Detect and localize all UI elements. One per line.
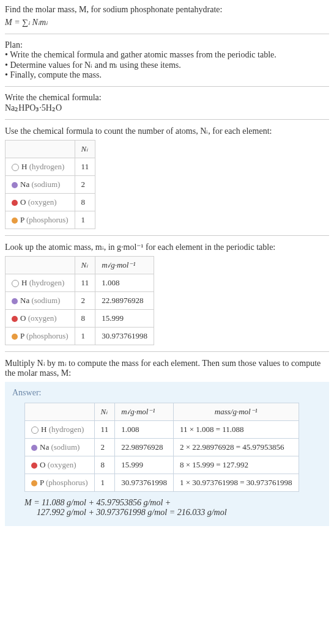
element-cell: Na (sodium): [6, 176, 75, 194]
dot-icon: [12, 200, 18, 206]
multiply-text: Multiply Nᵢ by mᵢ to compute the mass fo…: [5, 358, 329, 378]
dot-icon: [12, 334, 18, 340]
col-element: [25, 403, 95, 421]
dot-icon: [12, 164, 19, 171]
answer-title: Answer:: [12, 388, 322, 398]
final-sum: M = 11.088 g/mol + 45.97953856 g/mol + 1…: [24, 498, 322, 518]
col-m: mᵢ/g·mol⁻¹: [115, 403, 174, 421]
m-cell: 1.008: [95, 274, 154, 292]
multiply-block: Multiply Nᵢ by mᵢ to compute the mass fo…: [5, 358, 329, 378]
col-element: [6, 141, 75, 158]
col-mass: mass/g·mol⁻¹: [173, 403, 299, 421]
dot-icon: [31, 445, 37, 451]
m-cell: 30.973761998: [115, 474, 174, 492]
element-cell: Na (sodium): [6, 292, 75, 310]
intro-formula: M = ∑ᵢ Nᵢmᵢ: [5, 17, 329, 27]
n-cell: 8: [75, 194, 95, 211]
n-cell: 11: [94, 421, 115, 439]
m-cell: 15.999: [115, 456, 174, 474]
m-cell: 15.999: [95, 310, 154, 327]
table-row: Na (sodium) 2 22.98976928 2 × 22.9897692…: [25, 439, 299, 456]
table-row: O (oxygen) 8 15.999 8 × 15.999 = 127.992: [25, 456, 299, 474]
table-row: O (oxygen) 8: [6, 194, 95, 211]
m-cell: 1.008: [115, 421, 174, 439]
dot-icon: [12, 218, 18, 224]
mass-cell: 1 × 30.973761998 = 30.973761998: [173, 474, 299, 492]
col-element: [6, 257, 75, 274]
element-cell: H (hydrogen): [6, 158, 75, 176]
plan-bullet: • Finally, compute the mass.: [5, 70, 329, 80]
table-row: P (phosphorus) 1 30.973761998: [6, 327, 154, 345]
table-row: H (hydrogen) 11 1.008 11 × 1.008 = 11.08…: [25, 421, 299, 439]
table-row: O (oxygen) 8 15.999: [6, 310, 154, 327]
n-cell: 2: [75, 292, 95, 310]
final-line: M = 11.088 g/mol + 45.97953856 g/mol +: [24, 498, 322, 508]
element-cell: P (phosphorus): [25, 474, 95, 492]
plan-title: Plan:: [5, 40, 329, 50]
element-cell: O (oxygen): [6, 194, 75, 211]
plan-block: Plan: • Write the chemical formula and g…: [5, 40, 329, 80]
write-formula-block: Write the chemical formula: Na₂HPO₃·5H₂O: [5, 93, 329, 113]
answer-box: Answer: Nᵢ mᵢ/g·mol⁻¹ mass/g·mol⁻¹ H (hy…: [5, 382, 329, 526]
dot-icon: [12, 298, 18, 304]
n-cell: 2: [75, 176, 95, 194]
dot-icon: [31, 463, 37, 469]
intro-text: Find the molar mass, M, for sodium phosp…: [5, 5, 329, 15]
plan-bullet: • Write the chemical formula and gather …: [5, 50, 329, 60]
n-cell: 1: [75, 327, 95, 345]
col-n: Nᵢ: [94, 403, 115, 421]
dot-icon: [31, 426, 39, 434]
n-cell: 8: [75, 310, 95, 327]
n-cell: 1: [75, 211, 95, 229]
element-cell: H (hydrogen): [6, 274, 75, 292]
col-n: Nᵢ: [75, 141, 95, 158]
table-row: P (phosphorus) 1 30.973761998 1 × 30.973…: [25, 474, 299, 492]
n-cell: 11: [75, 274, 95, 292]
element-cell: O (oxygen): [25, 456, 95, 474]
table-row: Na (sodium) 2: [6, 176, 95, 194]
col-n: Nᵢ: [75, 257, 95, 274]
count-atoms-block: Use the chemical formula to count the nu…: [5, 126, 329, 229]
element-cell: P (phosphorus): [6, 211, 75, 229]
mass-text: Look up the atomic mass, mᵢ, in g·mol⁻¹ …: [5, 242, 329, 252]
divider: [5, 34, 329, 34]
mass-table: Nᵢ mᵢ/g·mol⁻¹ H (hydrogen) 11 1.008 Na (…: [5, 256, 154, 345]
count-text: Use the chemical formula to count the nu…: [5, 126, 329, 136]
divider: [5, 119, 329, 120]
count-table: Nᵢ H (hydrogen) 11 Na (sodium) 2 O (oxyg…: [5, 140, 95, 229]
col-m: mᵢ/g·mol⁻¹: [95, 257, 154, 274]
table-row: H (hydrogen) 11 1.008: [6, 274, 154, 292]
m-cell: 30.973761998: [95, 327, 154, 345]
dot-icon: [31, 480, 37, 486]
element-cell: Na (sodium): [25, 439, 95, 456]
n-cell: 11: [75, 158, 95, 176]
intro-line: Find the molar mass, M, for sodium phosp…: [5, 5, 222, 14]
final-line: 127.992 g/mol + 30.973761998 g/mol = 216…: [37, 508, 322, 518]
element-cell: P (phosphorus): [6, 327, 75, 345]
write-formula-text: Write the chemical formula:: [5, 93, 329, 103]
atomic-mass-block: Look up the atomic mass, mᵢ, in g·mol⁻¹ …: [5, 242, 329, 345]
m-cell: 22.98976928: [115, 439, 174, 456]
n-cell: 8: [94, 456, 115, 474]
mass-cell: 11 × 1.008 = 11.088: [173, 421, 299, 439]
n-cell: 2: [94, 439, 115, 456]
plan-bullet: • Determine values for Nᵢ and mᵢ using t…: [5, 60, 329, 70]
answer-table: Nᵢ mᵢ/g·mol⁻¹ mass/g·mol⁻¹ H (hydrogen) …: [24, 403, 299, 492]
table-row: Na (sodium) 2 22.98976928: [6, 292, 154, 310]
element-cell: O (oxygen): [6, 310, 75, 327]
divider: [5, 86, 329, 87]
m-cell: 22.98976928: [95, 292, 154, 310]
chemical-formula: Na₂HPO₃·5H₂O: [5, 103, 329, 113]
divider: [5, 235, 329, 236]
dot-icon: [12, 316, 18, 322]
table-row: P (phosphorus) 1: [6, 211, 95, 229]
divider: [5, 351, 329, 352]
dot-icon: [12, 182, 18, 188]
mass-cell: 8 × 15.999 = 127.992: [173, 456, 299, 474]
mass-cell: 2 × 22.98976928 = 45.97953856: [173, 439, 299, 456]
element-cell: H (hydrogen): [25, 421, 95, 439]
n-cell: 1: [94, 474, 115, 492]
dot-icon: [12, 280, 19, 287]
table-row: H (hydrogen) 11: [6, 158, 95, 176]
